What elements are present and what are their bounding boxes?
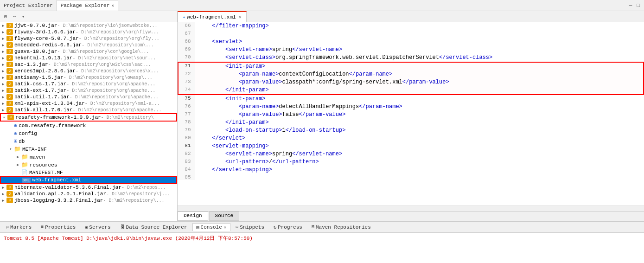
package-icon: ⊞ [14,122,17,129]
tree-item[interactable]: ▶📁resources [0,161,177,169]
line-number: 74 [178,86,195,95]
tree-item-label: flyway-3rd-1.0.0.jar [14,29,76,35]
tree-item-path: - D:\m2\repository\org\w3c\css\sac... [48,62,151,67]
bottom-tab-properties[interactable]: ≡Properties [37,223,80,231]
bottom-tab-progress[interactable]: ↻Progress [269,223,306,231]
tree-item[interactable]: ▶Jjboss-logging-3.3.2.Final.jar - D:\m2\… [0,197,177,204]
link-with-editor-icon[interactable]: ↔ [11,13,18,20]
tree-item[interactable]: ▶Jflyway-3rd-1.0.0.jar - D:\m2\repositor… [0,29,177,35]
table-row: 75 <init-param> [178,95,644,103]
tree-item[interactable]: ▶Jguava-18.0.jar - D:\m2\repository\com\… [0,48,177,55]
code-content: <param-name>detectAllHandlerMappings</pa… [195,103,644,111]
bottom-tab-data-source-explorer[interactable]: 🗄Data Source Explorer [116,223,191,231]
tree-item-path: - D:\m2\repository\org\apache... [70,95,159,100]
design-source-tabs: Design Source [178,211,644,221]
tab-web-fragment-xml[interactable]: ✦ web-fragment.xml ✕ [178,11,247,22]
code-tag: </url-pattern> [272,159,319,165]
tree-item[interactable]: ▶Jbatik-css-1.7.jar - D:\m2\repository\o… [0,81,177,87]
package-icon: ⊞ [14,138,17,145]
bottom-tab-icon: ⚐ [6,225,9,230]
tree-item[interactable]: ▶Jsac-1.3.jar - D:\m2\repository\org\w3c… [0,61,177,68]
package-explorer-close[interactable]: ✕ [111,3,114,8]
table-row: 76 <param-name>detectAllHandlerMappings<… [178,103,644,111]
line-number: 85 [178,174,195,180]
tree-item[interactable]: XMLweb-fragment.xml [0,176,177,184]
tab-design[interactable]: Design [178,212,208,221]
view-menu-icon[interactable]: ▾ [19,13,27,20]
tree-item-label: hibernate-validator-5.3.6.Final.jar [14,185,121,190]
tree-item[interactable]: ▾📁META-INF [0,145,177,153]
jar-icon: J [6,198,13,203]
jar-icon: J [6,75,13,80]
tab-project-explorer[interactable]: Project Explorer [0,0,57,11]
bottom-tab-icon: ≡ [41,225,44,230]
tree-arrow: ▶ [2,69,6,74]
tree-item[interactable]: ⊞com.resafety.framework [0,122,177,129]
tree-arrow: ▶ [2,101,6,106]
tree-item[interactable]: ⊞db [0,137,177,145]
tab-package-explorer[interactable]: Package Explorer ✕ [57,0,119,11]
tree-item-label: META-INF [22,147,47,152]
editor-tab-close[interactable]: ✕ [239,14,242,20]
tree-item[interactable]: ▶Jjjwt-0.7.0.jar - D:\m2\repository\io\j… [0,22,177,29]
bottom-tab-maven-repositories[interactable]: MMaven Repositories [307,223,375,231]
minimize-btn[interactable]: ─ [628,2,634,9]
table-row: 78 </init-param> [178,119,644,127]
line-number: 69 [178,46,195,54]
tree-item[interactable]: ▶Jantisamy-1.5.jar - D:\m2\repository\or… [0,74,177,81]
collapse-all-icon[interactable]: ⊟ [2,13,9,20]
code-content: </init-param> [195,86,644,95]
tree-arrow: ▶ [2,62,6,67]
tree-item-label: sac-1.3.jar [14,62,48,67]
tree-item-path: - D:\m2\repository\org\apache... [66,88,155,93]
tree-item[interactable]: ▶📁maven [0,153,177,161]
tree-item-label: validation-api-2.0.1.Final.jar [14,191,106,197]
bottom-tab-snippets[interactable]: ✂Snippets [231,223,268,231]
tree-item[interactable]: ▶Jbatik-util-1.7.jar - D:\m2\repository\… [0,94,177,100]
bottom-tab-label: Servers [89,225,110,230]
code-content: <param-value>false</param-value> [195,111,644,119]
tree-item[interactable]: 📄MANIFEST.MF [0,169,177,176]
horizontal-scrollbar[interactable] [178,205,644,211]
code-area[interactable]: 66 </filter-mapping>67 68 <servlet>69 <s… [178,22,644,205]
table-row: 69 <servlet-name>spring</servlet-name> [178,46,644,54]
table-row: 79 <load-on-startup>1</load-on-startup> [178,127,644,135]
code-content: <servlet-name>spring</servlet-name> [195,150,644,158]
table-row: 70 <servlet-class>org.springframework.we… [178,54,644,62]
xml-icon: XML [22,178,31,183]
tree-item-label: resafety-framework-1.0.0.jar [15,115,101,120]
tree-arrow: ▶ [2,30,6,35]
bottom-tabs: ⚐Markers≡Properties▣Servers🗄Data Source … [0,222,644,233]
code-tag: </servlet-name> [292,46,342,53]
code-tag: </servlet-name> [292,151,342,157]
tree-item[interactable]: ▶Jflyway-core-5.0.7.jar - D:\m2\reposito… [0,35,177,42]
tree-item[interactable]: ▾Jresafety-framework-1.0.0.jar - D:\m2\r… [0,113,177,122]
bottom-tab-label: Data Source Explorer [126,225,187,230]
code-content: <init-param> [195,95,644,103]
bottom-tab-servers[interactable]: ▣Servers [81,223,115,231]
tree-item[interactable]: ▶Jbatik-all-1.7.0.jar - D:\m2\repository… [0,107,177,113]
tree-item[interactable]: ▶Jbatik-ext-1.7.jar - D:\m2\repository\o… [0,87,177,94]
code-content: <servlet> [195,38,644,46]
bottom-tab-close[interactable]: ✕ [224,225,226,230]
tree-item[interactable]: ▶JxercesImpl-2.8.0.jar - D:\m2\repositor… [0,68,177,74]
bottom-tab-markers[interactable]: ⚐Markers [2,223,36,231]
jar-icon: J [6,62,13,67]
tree-item[interactable]: ▶Jhibernate-validator-5.3.6.Final.jar - … [0,184,177,191]
tree-item[interactable]: ▶Jnekohtml-1.9.13.jar - D:\m2\repository… [0,55,177,61]
tree-item[interactable]: ▶Jembedded-redis-0.6.jar - D:\m2\reposit… [0,42,177,48]
tree-item-path: - D:\m2\repository\org\fly... [79,36,159,41]
code-tag: </servlet> [212,135,245,141]
tree-item[interactable]: ▶Jvalidation-api-2.0.1.Final.jar - D:\m2… [0,191,177,197]
bottom-content: Tomcat 8.5 [Apache Tomcat] D:\java\jdk1.… [0,233,644,263]
code-content: </filter-mapping> [195,22,644,30]
tab-source[interactable]: Source [209,212,240,221]
folder-icon: 📁 [21,161,28,168]
table-row: 80 </servlet> [178,135,644,142]
tree-item-path: - D:\m2\repository\ [101,115,154,120]
bottom-tab-console[interactable]: ▤Console✕ [192,223,231,231]
maximize-btn[interactable]: □ [635,2,641,9]
tree-item[interactable]: ⊞config [0,129,177,137]
package-explorer-label: Package Explorer [61,3,110,8]
tree-item[interactable]: ▶Jxml-apis-ext-1.3.04.jar - D:\m2\reposi… [0,100,177,107]
